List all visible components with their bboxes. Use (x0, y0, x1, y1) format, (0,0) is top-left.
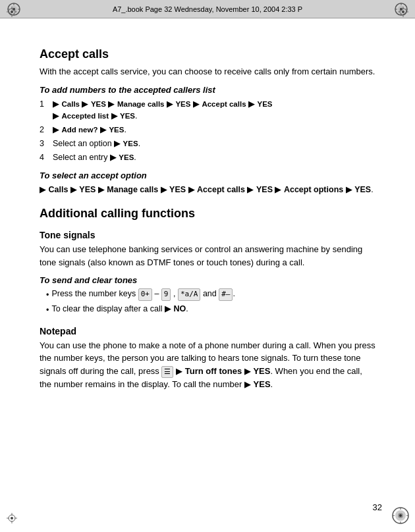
tone-signals-subsection: Tone signals You can use telephone banki… (40, 230, 375, 317)
additional-calling-section: Additional calling functions Tone signal… (40, 207, 375, 391)
bullet-text-2: To clear the display after a call ▶ NO. (51, 303, 188, 315)
send-clear-heading: To send and clear tones (40, 275, 375, 285)
key-star: *a/A (178, 288, 201, 301)
tone-signals-body: You can use telephone banking services o… (40, 243, 375, 269)
table-row: 4 Select an entry ▶ YES. (40, 151, 375, 165)
tone-signals-heading: Tone signals (40, 230, 375, 240)
notepad-body: You can use the phone to make a note of … (40, 339, 375, 391)
step-4-num: 4 (40, 151, 53, 165)
bullet-item: • Press the number keys 0+ – 9 , *a/A an… (46, 288, 375, 302)
add-numbers-heading: To add numbers to the accepted callers l… (40, 85, 375, 95)
svg-point-15 (11, 11, 13, 13)
key-hash: #– (219, 288, 233, 301)
accept-option-path: ▶ Calls ▶ YES ▶ Manage calls ▶ YES ▶ Acc… (40, 183, 375, 196)
corner-bottom-left-decoration (5, 512, 18, 527)
notepad-subsection: Notepad You can use the phone to make a … (40, 326, 375, 391)
additional-calling-heading: Additional calling functions (40, 207, 375, 221)
steps-table: 1 ▶ Calls ▶ YES ▶ Manage calls ▶ YES ▶ A… (40, 97, 375, 165)
svg-point-27 (11, 517, 13, 519)
menu-key: ☰ (161, 366, 173, 379)
accept-calls-section: Accept calls With the accept calls servi… (40, 47, 375, 196)
main-content: Accept calls With the accept calls servi… (0, 25, 415, 408)
step-4-content: Select an entry ▶ YES. (53, 151, 375, 165)
accept-option-heading: To select an accept option (40, 171, 375, 180)
step-2-num: 2 (40, 123, 53, 137)
svg-point-21 (402, 11, 404, 13)
table-row: 2 ▶ Add new? ▶ YES. (40, 123, 375, 137)
key-0plus: 0+ (138, 288, 152, 301)
tone-signals-bullets: • Press the number keys 0+ – 9 , *a/A an… (46, 288, 375, 317)
step-3-content: Select an option ▶ YES. (53, 137, 375, 151)
bullet-dot-2: • (46, 304, 49, 317)
table-row: 1 ▶ Calls ▶ YES ▶ Manage calls ▶ YES ▶ A… (40, 97, 375, 124)
page-number: 32 (373, 502, 382, 512)
svg-point-35 (399, 514, 402, 517)
bullet-dot: • (46, 289, 49, 302)
step-1-arrow: ▶ (53, 99, 61, 109)
step-1-num: 1 (40, 97, 53, 124)
table-row: 3 Select an option ▶ YES. (40, 137, 375, 151)
accept-calls-intro: With the accept calls service, you can c… (40, 65, 375, 78)
top-bar-text: A7_.book Page 32 Wednesday, November 10,… (21, 5, 394, 13)
step-2-content: ▶ Add new? ▶ YES. (53, 123, 375, 137)
top-bar: A7_.book Page 32 Wednesday, November 10,… (0, 0, 415, 18)
corner-bottom-right-decoration (391, 506, 410, 527)
bullet-text-1: Press the number keys 0+ – 9 , *a/A and … (51, 288, 235, 301)
notepad-heading: Notepad (40, 326, 375, 336)
step-3-num: 3 (40, 137, 53, 151)
corner-top-right-decoration (397, 5, 410, 20)
accept-calls-heading: Accept calls (40, 47, 375, 61)
corner-top-left-decoration (5, 5, 18, 20)
page-container: A7_.book Page 32 Wednesday, November 10,… (0, 0, 415, 532)
step-1-content: ▶ Calls ▶ YES ▶ Manage calls ▶ YES ▶ Acc… (53, 97, 375, 124)
key-9: 9 (161, 288, 171, 301)
bullet-item: • To clear the display after a call ▶ NO… (46, 303, 375, 317)
